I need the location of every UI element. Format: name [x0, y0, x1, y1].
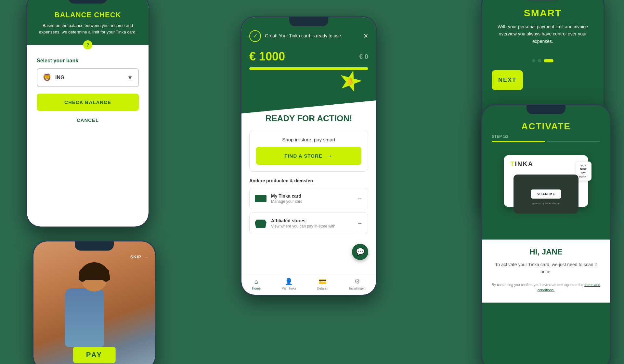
phone5-notch [526, 105, 566, 114]
phone5-terms-text: By continuing you confirm you have read … [490, 282, 602, 293]
phone4-notch [75, 241, 114, 251]
phone4-skip-label: SKIP [130, 254, 141, 259]
phone2-list-item-1-texts: My Tinka card Manage your card [271, 193, 352, 204]
phone1-select-label: Select your bank [37, 58, 139, 64]
phone2-close-button[interactable]: ✕ [363, 32, 368, 40]
phone2-list-item-2-arrow: → [357, 220, 363, 227]
phone2-bottom-nav: ⌂ Home 👤 Mijn Tinka 💳 Betalen ⚙ Instelli… [241, 274, 376, 295]
phone2-nav-settings-label: Instellingen [349, 287, 366, 290]
phone4-photo-bg: SKIP → PAY [33, 241, 155, 364]
phone4-screen: SKIP → PAY [33, 241, 155, 364]
phone1-bank-name: ING [55, 75, 123, 81]
phone3-progress-dots [482, 59, 604, 62]
phone2-home-icon: ⌂ [254, 278, 258, 285]
phone2-top-area: ✓ Great! Your Tinka card is ready to use… [241, 17, 376, 100]
phone1-tooltip-icon[interactable]: ? [83, 40, 92, 49]
phone1-dropdown-arrow: ▼ [127, 74, 133, 81]
find-store-button[interactable]: FIND A STORE → [256, 147, 361, 165]
phone2-nav-home-label: Home [252, 287, 261, 290]
phone4-frame: SKIP → PAY [32, 240, 156, 364]
cancel-button[interactable]: CANCEL [37, 117, 139, 123]
phone2-star-sticker: ✋ [336, 67, 364, 95]
phone2-shop-card: Shop in-store, pay smart FIND A STORE → [249, 130, 368, 172]
phone1-body: Select your bank 🦁 ING ▼ CHECK BALANCE C… [27, 45, 149, 133]
phone4-hair-strand-right [103, 269, 109, 282]
phone3-dot-2 [538, 59, 541, 62]
phone2-notification-bar: ✓ Great! Your Tinka card is ready to use… [249, 30, 368, 47]
phone2-nav-home[interactable]: ⌂ Home [252, 278, 261, 290]
phone2-nav-settings[interactable]: ⚙ Instellingen [349, 278, 366, 290]
phone2-nav-mijn-label: Mijn Tinka [281, 287, 296, 290]
find-store-arrow-icon: → [326, 152, 333, 160]
phone3-header: SMART With your personal payment limit a… [482, 0, 604, 51]
phone2-list-item-2-title: Affiliated stores [271, 218, 352, 223]
phone5-progress-bar [492, 141, 600, 142]
phone2-balance-main: € 1000 [249, 50, 285, 63]
phone1-notch [68, 0, 107, 4]
phone5-hi-name: HI, JANE [490, 247, 602, 256]
phone2-progress-bar [249, 67, 368, 70]
phone1-bank-select[interactable]: 🦁 ING ▼ [37, 68, 139, 87]
phone2-list-item-2-subtitle: View where you can pay in-store with [271, 224, 352, 228]
phone3-next-button[interactable]: NEXT [492, 70, 523, 90]
phone5-body: HI, JANE To activate your Tinka card, we… [482, 240, 610, 303]
phone2-betalen-icon: 💳 [318, 278, 327, 285]
phone5-tinka-t: T [510, 160, 515, 167]
phone2-settings-icon: ⚙ [354, 278, 360, 285]
phone3-notch [523, 0, 562, 0]
phone1-screen: BALANCE CHECK Based on the balance betwe… [27, 0, 149, 227]
phone5-progress-seg-1 [492, 141, 545, 142]
check-balance-button[interactable]: CHECK BALANCE [37, 94, 139, 111]
phone4-skip-arrow-icon: → [144, 254, 149, 259]
phone5-frame: ACTIVATE STEP 1/2 TINKA BUYNOWPAYSMART S… [481, 104, 611, 364]
phone2-list-item-1-title: My Tinka card [271, 193, 352, 199]
phone2-list-item-1[interactable]: My Tinka card Manage your card → [249, 188, 368, 209]
phone3-dot-1 [532, 59, 535, 62]
phone2-nav-betalen[interactable]: 💳 Betalen [317, 278, 328, 290]
phone4-skip-button[interactable]: SKIP → [130, 254, 149, 259]
phone4-person-silhouette [72, 266, 117, 350]
phone5-step-label: STEP 1/2 [492, 134, 600, 139]
phone2-chat-fab[interactable]: 💬 [352, 244, 368, 260]
phone3-smart-title: SMART [492, 7, 594, 19]
phone2-nav-mijn[interactable]: 👤 Mijn Tinka [281, 278, 296, 290]
phone2-sticker-area: ✋ [249, 70, 368, 93]
phone5-dark-card: SCAN ME [514, 175, 578, 214]
phone2-screen: ✓ Great! Your Tinka card is ready to use… [241, 17, 376, 295]
phone2-shop-text: Shop in-store, pay smart [256, 137, 361, 142]
phone2-list-item-1-arrow: → [357, 195, 363, 202]
phone5-activate-title: ACTIVATE [492, 121, 600, 132]
phone5-screen: ACTIVATE STEP 1/2 TINKA BUYNOWPAYSMART S… [482, 105, 610, 364]
phone1-frame: BALANCE CHECK Based on the balance betwe… [26, 0, 150, 228]
phone2-frame: ✓ Great! Your Tinka card is ready to use… [240, 16, 377, 296]
find-store-label: FIND A STORE [284, 153, 322, 159]
phone2-list-item-2-texts: Affiliated stores View where you can pay… [271, 218, 352, 228]
phone2-ready-title: READY FOR ACTION! [249, 113, 368, 124]
phone5-terms-prefix: By continuing you confirm you have read … [492, 283, 583, 287]
phone5-description: To activate your Tinka card, we just nee… [490, 261, 602, 276]
phone2-list-item-1-subtitle: Manage your card [271, 199, 352, 204]
phone4-person-head [81, 266, 107, 292]
phone5-progress-seg-2 [547, 141, 600, 142]
phone1-balance-check-desc: Based on the balance between your income… [37, 22, 139, 35]
phone4-pay-badge: PAY [73, 347, 116, 363]
phone2-card-icon [255, 195, 266, 202]
phone2-section-title: Andere producten & diensten [249, 178, 368, 183]
phone2-list-item-2[interactable]: Affiliated stores View where you can pay… [249, 213, 368, 234]
phone2-body: READY FOR ACTION! Shop in-store, pay sma… [241, 113, 376, 263]
phone5-powered-by: powered by fashioncheque [504, 202, 588, 204]
phone3-dot-3-active [544, 59, 553, 62]
phone1-balance-check-title: BALANCE CHECK [37, 11, 139, 19]
phone5-tinka-inka: INKA [515, 160, 533, 167]
phone2-balance-row: € 1000 € 0 [249, 50, 368, 63]
phone2-notification-text: Great! Your Tinka card is ready to use. [265, 33, 359, 39]
phone4-hair-strand-left [79, 269, 86, 282]
phone2-mijn-icon: 👤 [285, 278, 293, 285]
phone2-star-icon: ✋ [346, 77, 355, 85]
phone2-nav-betalen-label: Betalen [317, 287, 328, 290]
phone5-scan-me-button[interactable]: SCAN ME [531, 189, 561, 199]
phone2-check-icon: ✓ [249, 30, 261, 42]
phone3-smart-description: With your personal payment limit and inv… [492, 23, 594, 45]
phone2-progress-fill [249, 67, 368, 70]
phone2-notch [289, 17, 328, 26]
